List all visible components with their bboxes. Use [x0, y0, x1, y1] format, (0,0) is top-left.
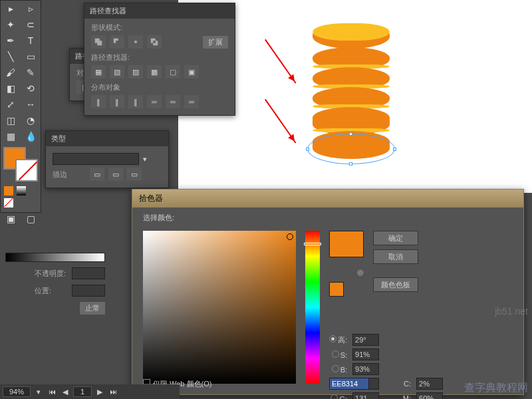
saturation-value-field[interactable]: [143, 231, 296, 384]
annotation-arrow: [265, 99, 297, 144]
minus-back-icon[interactable]: ▣: [184, 65, 199, 78]
gradient-panel: 不透明度: 位置: 止常: [5, 253, 105, 306]
type-tool[interactable]: T: [21, 33, 41, 49]
selection-bounds: [307, 134, 395, 164]
eraser-tool[interactable]: ◧: [1, 80, 21, 96]
dist-icon[interactable]: ‖: [110, 95, 124, 108]
database-artwork[interactable]: [313, 23, 390, 159]
opacity-input[interactable]: [72, 267, 105, 279]
zoom-input[interactable]: [3, 386, 31, 397]
divide-icon[interactable]: ▦: [91, 65, 106, 78]
dialog-title[interactable]: 拾色器: [132, 190, 523, 207]
pathfinder-panel: 路径查找器 形状模式: 扩展 路径查找器: ▦ ▧ ▨ ▩ ▢ ▣ 分布对象 ‖…: [84, 3, 235, 116]
dropdown-icon[interactable]: ▾: [143, 155, 147, 164]
dist-icon[interactable]: ‖: [128, 95, 143, 108]
svg-rect-2: [134, 41, 137, 43]
gradient-mode-swatch[interactable]: [17, 186, 26, 196]
stop-button[interactable]: 止常: [80, 302, 105, 315]
stroke-label: 描边: [53, 170, 86, 180]
selection-tool[interactable]: ▸: [1, 1, 21, 17]
sat-radio[interactable]: [332, 350, 339, 358]
m-input[interactable]: [416, 392, 443, 399]
last-page-icon[interactable]: ⏭: [108, 386, 118, 397]
swatches-button[interactable]: 颜色色板: [373, 277, 418, 292]
align-stroke-icon[interactable]: ▭: [127, 168, 142, 181]
opacity-label: 不透明度:: [35, 269, 68, 279]
page-input[interactable]: [73, 386, 92, 397]
hue-input[interactable]: [352, 334, 379, 346]
old-color-preview[interactable]: [329, 282, 344, 297]
change-screen-tool[interactable]: ▢: [21, 211, 41, 227]
color-picker-dialog: 拾色器 选择颜色: ◎ 确定 取消 颜色色板 高: S:: [132, 189, 524, 395]
zoom-dropdown-icon[interactable]: ▾: [33, 386, 44, 397]
panel-tab[interactable]: 类型: [46, 131, 168, 146]
sat-input[interactable]: [352, 348, 379, 360]
watermark: 查字典教程网: [464, 381, 528, 395]
eyedropper-tool[interactable]: 💧: [21, 128, 41, 144]
next-page-icon[interactable]: ▶: [94, 386, 105, 397]
rotate-tool[interactable]: ⟲: [21, 80, 41, 96]
type-panel: 类型 ▾ 描边 ▭ ▭ ▭: [45, 130, 169, 188]
gradient-tool[interactable]: ▦: [1, 128, 21, 144]
svg-rect-1: [97, 41, 102, 45]
unite-icon[interactable]: [91, 35, 106, 49]
status-bar: ▾ ⏮ ◀ ▶ ⏭: [0, 384, 180, 399]
pencil-tool[interactable]: ✎: [21, 65, 41, 80]
shape-mode-label: 形状模式:: [91, 23, 228, 33]
free-transform-tool[interactable]: ◫: [1, 112, 21, 128]
sv-marker-icon: [287, 233, 293, 240]
watermark: jb51.net: [495, 306, 528, 317]
bri-input[interactable]: [352, 363, 379, 375]
width-tool[interactable]: ↔: [21, 96, 41, 112]
prev-page-icon[interactable]: ◀: [60, 386, 70, 397]
c-input[interactable]: [416, 378, 443, 390]
brush-tool[interactable]: 🖌: [1, 65, 21, 80]
first-page-icon[interactable]: ⏮: [47, 386, 57, 397]
none-mode-swatch[interactable]: [4, 198, 13, 207]
stroke-swatch[interactable]: [15, 159, 38, 182]
magic-wand-tool[interactable]: ✦: [1, 17, 21, 33]
line-tool[interactable]: ╲: [1, 49, 21, 65]
screen-mode-tool[interactable]: ▣: [1, 211, 21, 227]
new-color-preview: [329, 231, 364, 257]
exclude-icon[interactable]: [147, 35, 162, 49]
dist-icon[interactable]: ═: [184, 95, 199, 108]
gradient-slider[interactable]: [5, 253, 105, 262]
bri-radio[interactable]: [332, 365, 339, 372]
align-stroke-icon[interactable]: ▭: [90, 168, 104, 181]
dist-icon[interactable]: ═: [166, 95, 180, 108]
expand-button[interactable]: 扩展: [203, 36, 228, 49]
position-input[interactable]: [72, 285, 105, 297]
hue-slider[interactable]: [305, 231, 320, 384]
tool-palette: ▸▹ ✦⊂ ✒T ╲▭ 🖌✎ ◧⟲ ⤢↔ ◫◔ ▦💧 ▣▢: [0, 0, 41, 213]
merge-icon[interactable]: ▨: [128, 65, 143, 78]
g-radio[interactable]: [331, 394, 338, 400]
hex-input[interactable]: [329, 378, 369, 390]
select-color-label: 选择颜色:: [143, 213, 174, 221]
minus-front-icon[interactable]: [110, 35, 124, 49]
scale-tool[interactable]: ⤢: [1, 96, 21, 112]
cancel-button[interactable]: 取消: [373, 249, 418, 264]
annotation-arrow: [265, 39, 297, 84]
intersect-icon[interactable]: [128, 35, 143, 49]
pen-tool[interactable]: ✒: [1, 33, 21, 49]
crop-icon[interactable]: ▩: [147, 65, 162, 78]
position-label: 位置:: [35, 286, 68, 296]
dist-icon[interactable]: ═: [147, 95, 162, 108]
outline-icon[interactable]: ▢: [166, 65, 180, 78]
hue-radio[interactable]: [329, 335, 336, 342]
shape-builder-tool[interactable]: ◔: [21, 112, 41, 128]
ok-button[interactable]: 确定: [373, 231, 418, 245]
panel-title[interactable]: 路径查找器: [84, 3, 235, 19]
direct-select-tool[interactable]: ▹: [21, 1, 41, 17]
pathfinder-section-label: 路径查找器:: [91, 53, 228, 63]
trim-icon[interactable]: ▧: [110, 65, 124, 78]
g-input[interactable]: [352, 392, 379, 399]
font-family-select[interactable]: [53, 153, 139, 165]
dist-icon[interactable]: ‖: [91, 95, 106, 108]
align-stroke-icon[interactable]: ▭: [108, 168, 123, 181]
rectangle-tool[interactable]: ▭: [21, 49, 41, 65]
hue-marker-icon: [304, 243, 321, 245]
lasso-tool[interactable]: ⊂: [21, 17, 41, 33]
color-mode-swatch[interactable]: [4, 186, 13, 196]
